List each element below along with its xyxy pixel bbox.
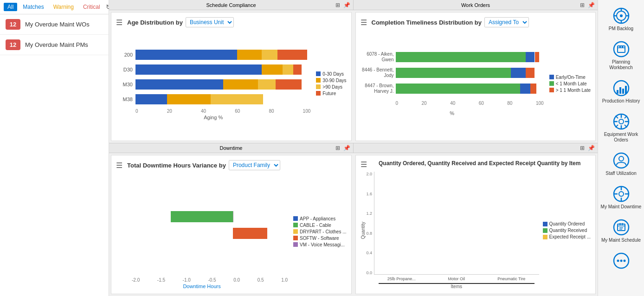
nav-planning-workbench[interactable]: Planning Workbench [598,36,644,75]
qty-pin-icon[interactable]: 📌 [587,145,596,151]
alert-item-wos[interactable]: 12 My Overdue Maint WOs [0,14,109,35]
hbar-row-m30: M30 [116,79,310,90]
qty-grid-icon[interactable]: ⊞ [579,145,586,151]
hbar-label-m38: M38 [116,97,133,102]
nav-label-maint-downtime: My Maint Downtime [601,204,642,210]
nav-label-staff-utilization: Staff Utilization [605,171,637,176]
nav-maint-downtime[interactable]: My Maint Downtime [598,181,644,214]
seg-200-4 [277,50,307,60]
hbar-track-m38 [135,94,310,104]
tab-warning[interactable]: Warning [50,3,77,11]
workorders-pin-icon[interactable]: 📌 [587,2,596,8]
nav-label-equipment-workorders: Equipment Work Orders [600,132,642,143]
legend-dot-qty-expected [543,235,547,239]
chart4-y-label: Quantity [361,222,366,239]
legend-dot-softw [293,236,298,240]
variance-row-softw [116,228,288,239]
chart1-header: ☰ Age Distribution by Business Unit [116,17,347,27]
chart1-select[interactable]: Business Unit [186,17,234,27]
chart2-legend: Early/On-Time < 1 Month Late > 1 1 Month… [549,31,591,136]
hbar-row-brown: 8447 - Brown, Harvey J. [361,83,544,94]
seg-d30-1 [135,64,262,75]
bar-softw [233,228,267,239]
seg-m30-2 [223,79,258,90]
downtime-pin-icon[interactable]: 📌 [342,145,351,151]
chart1-title: Age Distribution by [127,19,183,26]
chart4-bars-area [374,172,539,275]
nav-equipment-workorders[interactable]: Equipment Work Orders [598,109,644,148]
nav-maint-schedule[interactable]: My Maint Schedule [598,214,644,248]
hbar-track-200 [135,50,310,60]
legend-dot-3090 [316,78,321,83]
maint-schedule-icon [613,219,630,236]
zero-line [233,211,233,222]
downtime-grid-icon[interactable]: ⊞ [335,145,341,151]
chart2-x-axis: 0 20 40 60 80 100 [396,101,544,106]
seg-d30-4 [293,64,302,75]
schedule-pin-icon[interactable]: 📌 [342,2,351,8]
person-label-aiken: 6078 - Aiken, Gwen [361,51,394,63]
chart4-header: ☰ Quantity Ordered, Quantity Received an… [361,160,591,169]
seg-d30-2 [262,64,283,75]
schedule-grid-icon[interactable]: ⊞ [335,2,341,8]
chart3-menu-icon[interactable]: ☰ [116,161,122,170]
xlabel-motoroil: Motor Oil [434,277,480,281]
person-label-brown: 8447 - Brown, Harvey J. [361,83,394,94]
xlabel-propane: 25lb Propane... [379,277,425,281]
legend-dot-early [549,75,554,79]
work-orders-tab: Work Orders ⊞ 📌 [354,0,598,10]
svg-point-35 [614,220,629,235]
tab-critical[interactable]: Critical [79,3,104,11]
seg-aiken-3 [535,52,540,62]
hbar-row-m38: M38 [116,94,310,104]
alert-item-pms[interactable]: 12 My Overdue Maint PMs [0,35,109,55]
nav-pm-backlog[interactable]: PM Backlog [598,3,644,36]
chart2-menu-icon[interactable]: ☰ [361,18,367,27]
nav-production-history[interactable]: Production History [598,75,644,109]
planning-workbench-icon [613,41,630,58]
seg-brown-1 [396,84,520,94]
nav-staff-utilization[interactable]: Staff Utilization [598,148,644,181]
svg-rect-14 [619,87,621,94]
nav-more[interactable] [598,248,644,276]
svg-point-28 [619,156,624,161]
svg-rect-41 [622,223,623,225]
chart4-title: Quantity Ordered, Quantity Received and … [369,160,591,167]
seg-200-3 [262,50,277,60]
maint-downtime-icon [613,186,630,202]
workorders-grid-icon[interactable]: ⊞ [579,2,586,8]
svg-point-44 [620,260,622,262]
legend-item-qty-ordered: Quantity Ordered [543,221,591,226]
chart4-x-label: Items [379,283,534,289]
seg-m30-4 [276,79,302,90]
chart2-x-label: % [361,110,544,116]
legend-dot-qty-ordered [543,222,547,226]
chart4-menu-icon[interactable]: ☰ [361,160,367,169]
variance-track-softw [132,228,288,239]
bar-app [171,211,233,222]
right-sidebar: PM Backlog Planning Workbench Production [598,0,644,296]
left-sidebar: All Matches Warning Critical ↻ 12 My Ove… [0,0,109,296]
tab-all[interactable]: All [4,3,17,11]
chart4-legend: Quantity Ordered Quantity Received Expec… [543,172,591,289]
svg-rect-10 [619,46,621,48]
seg-bennett-3 [526,68,535,78]
hbar-row-200: 200 [116,50,310,60]
seg-200-2 [237,50,262,60]
chart4-x-labels: 25lb Propane... Motor Oil Pneumatic Tire [374,275,539,283]
variance-track [132,211,288,222]
chart4-y-label-wrapper: Quantity [361,172,366,289]
chart3-select[interactable]: Product Family [229,160,280,170]
chart2-select[interactable]: Assigned To [484,17,529,27]
chart1-menu-icon[interactable]: ☰ [116,18,122,27]
hbar-row-d30: D30 [116,64,310,75]
work-orders-label: Work Orders [461,2,490,8]
hbar-track-d30 [135,64,310,75]
seg-bennett-2 [511,68,526,78]
legend-dot-drypart [293,229,298,234]
tab-matches[interactable]: Matches [19,3,47,11]
seg-m38-3 [211,94,263,104]
chart1-x-axis: 0 20 40 60 80 100 [135,109,310,114]
nav-label-pm-backlog: PM Backlog [609,26,633,32]
legend-dot-gt1m [549,88,554,92]
